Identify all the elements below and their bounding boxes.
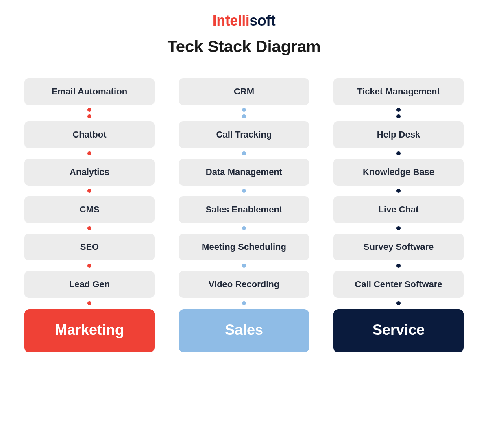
dot-icon (242, 189, 246, 193)
stack-item: Video Recording (179, 271, 309, 298)
dot-icon (87, 108, 92, 112)
column-service: Ticket Management Help Desk Knowledge Ba… (333, 78, 464, 352)
connector-dots (396, 148, 401, 159)
connector-dots (87, 186, 92, 196)
logo-part-2: soft (249, 12, 275, 29)
connector-dots (87, 223, 92, 234)
stack-item: Ticket Management (333, 78, 464, 105)
dot-icon (87, 189, 92, 193)
connector-dots (396, 260, 401, 271)
dot-icon (396, 189, 401, 193)
connector-dots (87, 260, 92, 271)
stack-item: Help Desk (333, 121, 464, 148)
column-sales: CRM Call Tracking Data Management Sales … (179, 78, 309, 352)
connector-dots (242, 298, 246, 308)
stack-item: Call Center Software (333, 271, 464, 298)
stack-item: CRM (179, 78, 309, 105)
connector-dots (87, 298, 92, 308)
connector-dots (396, 186, 401, 196)
stack-item: Chatbot (24, 121, 155, 148)
column-marketing: Email Automation Chatbot Analytics CMS S… (24, 78, 155, 352)
stack-item: Survey Software (333, 234, 464, 260)
diagram-title: Teck Stack Diagram (0, 37, 488, 56)
dot-icon (242, 301, 246, 305)
dot-icon (396, 151, 401, 155)
dot-icon (242, 108, 246, 112)
connector-dots (87, 148, 92, 159)
dot-icon (242, 114, 246, 118)
connector-dots (396, 223, 401, 234)
dot-icon (242, 226, 246, 230)
stack-item: Live Chat (333, 196, 464, 223)
connector-dots (242, 260, 246, 271)
connector-dots (396, 105, 401, 121)
dot-icon (87, 114, 92, 118)
connector-dots (396, 298, 401, 308)
stack-item: Call Tracking (179, 121, 309, 148)
stack-item: Sales Enablement (179, 196, 309, 223)
dot-icon (396, 108, 401, 112)
stack-item: Lead Gen (24, 271, 155, 298)
connector-dots (242, 148, 246, 159)
connector-dots (87, 105, 92, 121)
category-marketing: Marketing (24, 309, 155, 352)
dot-icon (242, 264, 246, 268)
dot-icon (396, 301, 401, 305)
stack-item: CMS (24, 196, 155, 223)
dot-icon (87, 264, 92, 268)
dot-icon (396, 264, 401, 268)
dot-icon (87, 226, 92, 230)
connector-dots (242, 186, 246, 196)
stack-item: Data Management (179, 159, 309, 186)
dot-icon (242, 151, 246, 155)
connector-dots (242, 105, 246, 121)
dot-icon (87, 301, 92, 305)
columns-container: Email Automation Chatbot Analytics CMS S… (0, 78, 488, 352)
dot-icon (396, 226, 401, 230)
category-sales: Sales (179, 309, 309, 352)
logo-part-1: Intelli (213, 12, 250, 29)
connector-dots (242, 223, 246, 234)
stack-item: SEO (24, 234, 155, 260)
brand-logo: Intellisoft (0, 12, 488, 29)
dot-icon (396, 114, 401, 118)
stack-item: Meeting Scheduling (179, 234, 309, 260)
stack-item: Email Automation (24, 78, 155, 105)
dot-icon (87, 151, 92, 155)
stack-item: Knowledge Base (333, 159, 464, 186)
stack-item: Analytics (24, 159, 155, 186)
category-service: Service (333, 309, 464, 352)
